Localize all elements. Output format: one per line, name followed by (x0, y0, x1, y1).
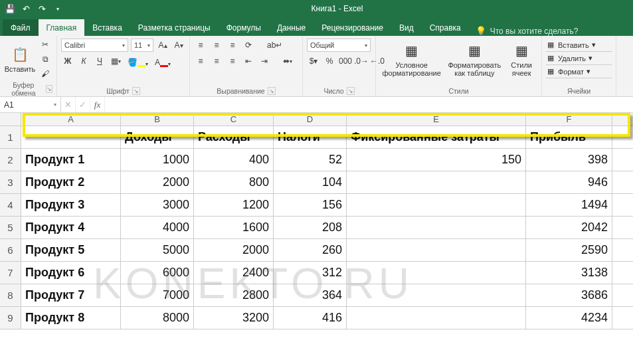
align-top-button[interactable]: ≡ (194, 39, 207, 52)
cell-E2[interactable]: 150 (347, 149, 526, 171)
row-header-6[interactable]: 6 (0, 239, 21, 261)
align-middle-button[interactable]: ≡ (210, 39, 223, 52)
copy-button[interactable]: ⧉ (39, 52, 52, 66)
cut-button[interactable]: ✂ (39, 38, 52, 51)
column-header-F[interactable]: F (526, 113, 612, 126)
cell-C2[interactable]: 400 (194, 149, 274, 171)
row-header-8[interactable]: 8 (0, 284, 21, 306)
cell-C4[interactable]: 1200 (194, 194, 274, 216)
cell-C5[interactable]: 1600 (194, 217, 274, 238)
tab-view[interactable]: Вид (391, 19, 422, 36)
cell-A1[interactable] (21, 126, 121, 148)
fill-color-button[interactable]: 🪣▾ (126, 54, 150, 68)
number-format-combo[interactable]: Общий▾ (307, 39, 371, 52)
cell-F9[interactable]: 4234 (526, 307, 612, 329)
align-left-button[interactable]: ≡ (194, 54, 207, 68)
cell-E6[interactable] (347, 239, 526, 261)
name-box[interactable]: A1▾ (0, 97, 61, 112)
insert-cells-button[interactable]: ▦Вставить ▾ (546, 39, 612, 52)
cell-C7[interactable]: 2400 (194, 262, 274, 284)
orientation-button[interactable]: ⟳ (242, 39, 255, 52)
font-color-button[interactable]: A▾ (153, 54, 173, 68)
cell-F8[interactable]: 3686 (526, 284, 612, 306)
cell-A5[interactable]: Продукт 4 (21, 217, 121, 238)
cell-F2[interactable]: 398 (526, 149, 612, 171)
font-name-combo[interactable]: Calibri▾ (61, 39, 128, 52)
accounting-format-button[interactable]: $▾ (307, 54, 320, 68)
select-all-corner[interactable] (0, 113, 21, 126)
italic-button[interactable]: К (77, 54, 90, 68)
cell-E8[interactable] (347, 284, 526, 306)
format-cells-button[interactable]: ▦Формат ▾ (546, 65, 612, 78)
cell-C8[interactable]: 2800 (194, 284, 274, 306)
cell-C9[interactable]: 3200 (194, 307, 274, 329)
cell-E4[interactable] (347, 194, 526, 216)
cell-B9[interactable]: 8000 (121, 307, 194, 329)
cell-B7[interactable]: 6000 (121, 262, 194, 284)
cell-F7[interactable]: 3138 (526, 262, 612, 284)
row-header-2[interactable]: 2 (0, 149, 21, 171)
tab-formulas[interactable]: Формулы (219, 19, 269, 36)
increase-indent-button[interactable]: ⇥ (258, 54, 271, 68)
cell-D2[interactable]: 52 (274, 149, 347, 171)
column-header-D[interactable]: D (274, 113, 347, 126)
cell-D8[interactable]: 364 (274, 284, 347, 306)
column-header-C[interactable]: C (194, 113, 274, 126)
tab-file[interactable]: Файл (3, 19, 39, 36)
save-icon[interactable]: 💾 (4, 3, 16, 15)
increase-font-button[interactable]: A▴ (156, 39, 169, 52)
row-header-7[interactable]: 7 (0, 262, 21, 284)
row-header-9[interactable]: 9 (0, 307, 21, 329)
cell-A6[interactable]: Продукт 5 (21, 239, 121, 261)
cell-C1[interactable]: Расходы (194, 126, 274, 148)
cell-A7[interactable]: Продукт 6 (21, 262, 121, 284)
formula-input[interactable] (105, 97, 633, 112)
cell-E3[interactable] (347, 171, 526, 193)
cell-C6[interactable]: 2000 (194, 239, 274, 261)
cell-B5[interactable]: 4000 (121, 217, 194, 238)
cell-A2[interactable]: Продукт 1 (21, 149, 121, 171)
tell-me-search[interactable]: 💡 Что вы хотите сделать? (469, 26, 585, 36)
cell-D3[interactable]: 104 (274, 171, 347, 193)
align-center-button[interactable]: ≡ (210, 54, 223, 68)
cell-B3[interactable]: 2000 (121, 171, 194, 193)
decrease-font-button[interactable]: A▾ (172, 39, 185, 52)
cell-C3[interactable]: 800 (194, 171, 274, 193)
cell-B1[interactable]: Доходы (121, 126, 194, 148)
bold-button[interactable]: Ж (61, 54, 74, 68)
undo-icon[interactable]: ↶ (20, 3, 32, 15)
cell-F6[interactable]: 2590 (526, 239, 612, 261)
redo-icon[interactable]: ↷ (36, 3, 48, 15)
decrease-indent-button[interactable]: ⇤ (242, 54, 255, 68)
tab-help[interactable]: Справка (422, 19, 469, 36)
cell-B2[interactable]: 1000 (121, 149, 194, 171)
alignment-dialog-launcher[interactable]: ↘ (268, 87, 276, 95)
fx-icon[interactable]: fx (90, 97, 105, 112)
column-header-E[interactable]: E (347, 113, 526, 126)
column-header-B[interactable]: B (121, 113, 194, 126)
delete-cells-button[interactable]: ▦Удалить ▾ (546, 52, 612, 65)
cell-A8[interactable]: Продукт 7 (21, 284, 121, 306)
font-size-combo[interactable]: 11▾ (131, 39, 153, 52)
clipboard-dialog-launcher[interactable]: ↘ (46, 85, 52, 93)
align-bottom-button[interactable]: ≡ (226, 39, 239, 52)
column-header-A[interactable]: A (21, 113, 121, 126)
cell-F5[interactable]: 2042 (526, 217, 612, 238)
tab-data[interactable]: Данные (269, 19, 314, 36)
row-header-3[interactable]: 3 (0, 171, 21, 193)
tab-review[interactable]: Рецензирование (314, 19, 391, 36)
percent-format-button[interactable]: % (323, 54, 336, 68)
paste-button[interactable]: 📋 Вставить (4, 44, 36, 74)
border-button[interactable]: ▦▾ (109, 54, 123, 68)
cell-B8[interactable]: 7000 (121, 284, 194, 306)
cell-styles-button[interactable]: ▦ Стили ячеек (505, 40, 537, 78)
comma-format-button[interactable]: 000 (339, 54, 352, 68)
cell-D6[interactable]: 260 (274, 239, 347, 261)
wrap-text-button[interactable]: ab↵ (265, 39, 284, 52)
row-header-4[interactable]: 4 (0, 194, 21, 216)
font-dialog-launcher[interactable]: ↘ (132, 87, 140, 95)
increase-decimal-button[interactable]: .0→ (355, 54, 368, 68)
cell-B4[interactable]: 3000 (121, 194, 194, 216)
underline-button[interactable]: Ч (93, 54, 106, 68)
format-painter-button[interactable]: 🖌 (39, 67, 52, 80)
